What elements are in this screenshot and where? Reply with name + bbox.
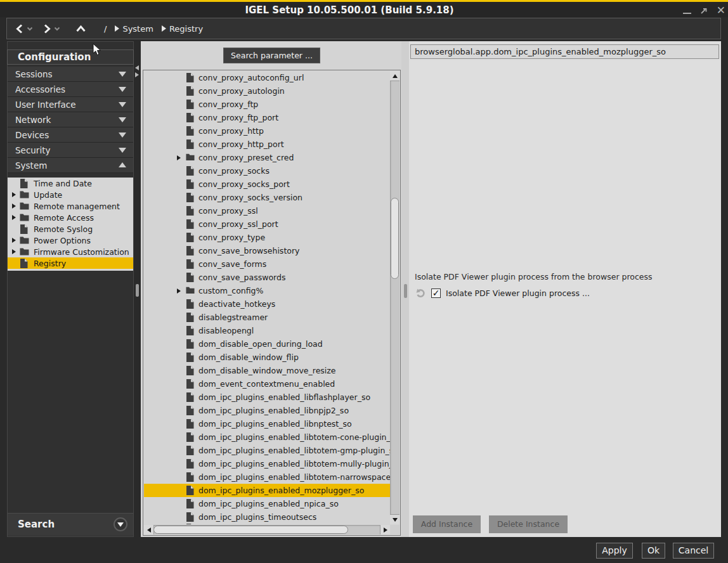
registry-item-conv-proxy-ftp-port[interactable]: conv_proxy_ftp_port xyxy=(144,111,390,124)
up-icon[interactable] xyxy=(75,25,86,32)
file-icon xyxy=(186,524,194,524)
registry-item-dom-ipc-plugins-enabled-libtotem-cone-plugin-so[interactable]: dom_ipc_plugins_enabled_libtotem-cone-pl… xyxy=(144,430,390,444)
horizontal-scrollbar-thumb[interactable] xyxy=(153,526,348,534)
expander-icon[interactable] xyxy=(12,215,16,220)
registry-item-conv-proxy-http[interactable]: conv_proxy_http xyxy=(144,124,390,138)
tree-item-time-and-date[interactable]: Time and Date xyxy=(8,178,133,189)
registry-item-conv-proxy-preset-cred[interactable]: conv_proxy_preset_cred xyxy=(144,151,390,164)
registry-item-conv-proxy-socks[interactable]: conv_proxy_socks xyxy=(144,164,390,178)
expander-icon[interactable] xyxy=(12,238,16,243)
back-dropdown-icon[interactable] xyxy=(27,26,33,31)
sidebar-section-network[interactable]: Network xyxy=(8,112,133,127)
scroll-down-icon[interactable] xyxy=(390,514,400,524)
horizontal-scrollbar[interactable] xyxy=(144,525,390,534)
registry-item-dom-disable-window-flip[interactable]: dom_disable_window_flip xyxy=(144,351,390,364)
forward-dropdown-icon[interactable] xyxy=(54,26,60,31)
folder-icon xyxy=(20,202,29,210)
vertical-scrollbar[interactable] xyxy=(390,71,400,524)
sidebar-section-sessions[interactable]: Sessions xyxy=(8,67,133,82)
file-icon xyxy=(186,486,194,495)
registry-item-dom-ipc-plugins-enabled-libflashplayer-so[interactable]: dom_ipc_plugins_enabled_libflashplayer_s… xyxy=(144,391,390,404)
back-icon[interactable] xyxy=(15,23,25,34)
registry-item-disableopengl[interactable]: disableopengl xyxy=(144,324,390,337)
right-splitter-handle[interactable] xyxy=(404,284,407,298)
registry-item-item[interactable] xyxy=(144,524,390,524)
breadcrumb-registry[interactable]: Registry xyxy=(169,24,203,34)
registry-item-conv-save-browsehistory[interactable]: conv_save_browsehistory xyxy=(144,244,390,257)
splitter-arrows-icon[interactable] xyxy=(135,65,139,77)
maximize-icon[interactable] xyxy=(699,5,709,15)
expander-icon[interactable] xyxy=(12,204,16,209)
parameter-path-field[interactable]: browserglobal.app.dom_ipc_plugins_enable… xyxy=(410,44,719,59)
registry-item-conv-proxy-socks-port[interactable]: conv_proxy_socks_port xyxy=(144,178,390,191)
tree-item-registry[interactable]: Registry xyxy=(8,257,133,269)
search-section[interactable]: Search xyxy=(8,513,133,536)
registry-panel: Search parameter ... conv_proxy_autoconf… xyxy=(141,41,401,537)
left-splitter-handle[interactable] xyxy=(136,284,139,297)
apply-button[interactable]: Apply xyxy=(596,543,633,559)
close-icon[interactable]: ✕ xyxy=(717,5,725,15)
cancel-button[interactable]: Cancel xyxy=(673,543,714,559)
registry-item-conv-proxy-http-port[interactable]: conv_proxy_http_port xyxy=(144,138,390,151)
expander-icon[interactable] xyxy=(12,192,16,197)
scroll-right-icon[interactable] xyxy=(380,525,390,534)
delete-instance-button[interactable]: Delete Instance xyxy=(489,515,568,533)
registry-item-dom-ipc-plugins-enabled-libnpjp2-so[interactable]: dom_ipc_plugins_enabled_libnpjp2_so xyxy=(144,404,390,417)
registry-item-dom-disable-window-move-resize[interactable]: dom_disable_window_move_resize xyxy=(144,364,390,377)
sidebar-section-devices[interactable]: Devices xyxy=(8,127,133,143)
registry-item-dom-ipc-plugins-enabled-npica-so[interactable]: dom_ipc_plugins_enabled_npica_so xyxy=(144,497,390,510)
registry-item-dom-ipc-plugins-enabled-libtotem-mully-plugin-so[interactable]: dom_ipc_plugins_enabled_libtotem-mully-p… xyxy=(144,457,390,470)
tree-item-remote-management[interactable]: Remote management xyxy=(8,200,133,212)
registry-item-dom-ipc-plugins-enabled-libnptest-so[interactable]: dom_ipc_plugins_enabled_libnptest_so xyxy=(144,417,390,430)
file-icon xyxy=(186,419,194,429)
tree-item-remote-syslog[interactable]: Remote Syslog xyxy=(8,223,133,235)
tree-item-update[interactable]: Update xyxy=(8,189,133,200)
minimize-icon[interactable] xyxy=(683,13,691,14)
registry-item-custom-config[interactable]: custom_config% xyxy=(144,284,390,297)
isolate-checkbox[interactable]: ✓ xyxy=(431,288,441,298)
registry-item-conv-proxy-type[interactable]: conv_proxy_type xyxy=(144,231,390,244)
file-icon xyxy=(186,512,194,522)
registry-item-conv-proxy-socks-version[interactable]: conv_proxy_socks_version xyxy=(144,191,390,204)
registry-item-disablegstreamer[interactable]: disablegstreamer xyxy=(144,311,390,324)
expander-icon[interactable] xyxy=(12,249,16,254)
registry-item-conv-proxy-ssl[interactable]: conv_proxy_ssl xyxy=(144,204,390,217)
sidebar-section-security[interactable]: Security xyxy=(8,143,133,158)
registry-item-dom-disable-open-during-load[interactable]: dom_disable_open_during_load xyxy=(144,337,390,351)
registry-item-dom-ipc-plugins-enabled-libtotem-gmp-plugin-so[interactable]: dom_ipc_plugins_enabled_libtotem-gmp-plu… xyxy=(144,444,390,457)
file-icon xyxy=(186,86,194,96)
forward-icon[interactable] xyxy=(42,23,52,34)
vertical-scrollbar-thumb[interactable] xyxy=(391,198,399,279)
search-expand-icon[interactable] xyxy=(114,517,127,531)
tree-item-remote-access[interactable]: Remote Access xyxy=(8,212,133,223)
search-parameter-button[interactable]: Search parameter ... xyxy=(223,48,320,63)
file-icon xyxy=(186,126,194,136)
title-bar: IGEL Setup 10.05.500.01 (Build 5.9.18) ✕ xyxy=(0,0,728,17)
registry-item-dom-ipc-plugins-enabled-libtotem-narrowspace[interactable]: dom_ipc_plugins_enabled_libtotem-narrows… xyxy=(144,470,390,484)
right-splitter[interactable] xyxy=(401,41,409,537)
expander-icon[interactable] xyxy=(177,155,181,160)
registry-item-conv-proxy-autologin[interactable]: conv_proxy_autologin xyxy=(144,84,390,98)
tree-item-power-options[interactable]: Power Options xyxy=(8,235,133,246)
add-instance-button[interactable]: Add Instance xyxy=(413,515,481,533)
registry-item-conv-proxy-ssl-port[interactable]: conv_proxy_ssl_port xyxy=(144,217,390,231)
sidebar-section-system[interactable]: System xyxy=(8,158,133,173)
scroll-up-icon[interactable] xyxy=(390,71,400,81)
registry-item-dom-event-contextmenu-enabled[interactable]: dom_event_contextmenu_enabled xyxy=(144,377,390,391)
registry-item-dom-ipc-plugins-enabled-mozplugger-so[interactable]: dom_ipc_plugins_enabled_mozplugger_so xyxy=(144,484,390,497)
registry-item-dom-ipc-plugins-timeoutsecs[interactable]: dom_ipc_plugins_timeoutsecs xyxy=(144,510,390,524)
sidebar-section-user-interface[interactable]: User Interface xyxy=(8,97,133,112)
reset-icon[interactable] xyxy=(413,285,429,301)
sidebar-section-accessories[interactable]: Accessories xyxy=(8,82,133,97)
scroll-left-icon[interactable] xyxy=(144,525,154,534)
tree-item-firmware-customization[interactable]: Firmware Customization xyxy=(8,246,133,257)
ok-button[interactable]: Ok xyxy=(642,543,665,559)
breadcrumb-system[interactable]: System xyxy=(122,24,153,34)
registry-item-deactivate-hotkeys[interactable]: deactivate_hotkeys xyxy=(144,297,390,311)
expander-icon[interactable] xyxy=(177,288,181,294)
registry-item-conv-save-passwords[interactable]: conv_save_passwords xyxy=(144,271,390,284)
chevron-down-icon xyxy=(119,102,126,107)
registry-item-conv-proxy-ftp[interactable]: conv_proxy_ftp xyxy=(144,98,390,111)
registry-item-conv-proxy-autoconfig-url[interactable]: conv_proxy_autoconfig_url xyxy=(144,71,390,84)
registry-item-conv-save-forms[interactable]: conv_save_forms xyxy=(144,257,390,271)
